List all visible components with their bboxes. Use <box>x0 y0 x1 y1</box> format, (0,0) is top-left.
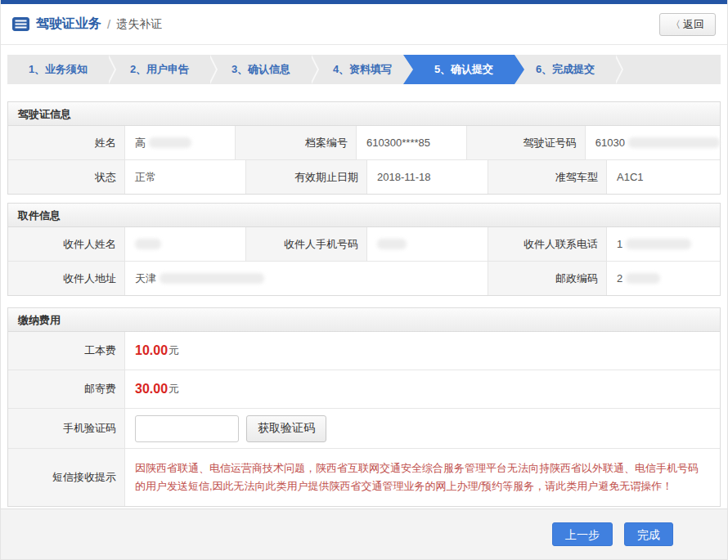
step-6-finish-submit: 6、完成提交 <box>515 55 616 84</box>
fees-section-title: 缴纳费用 <box>8 308 720 332</box>
status-value: 正常 <box>124 160 245 194</box>
breadcrumb-separator: / <box>107 17 110 31</box>
valid-until-label: 有效期止日期 <box>245 160 366 194</box>
back-button-label: 返回 <box>683 18 704 30</box>
redacted-blur <box>160 273 264 284</box>
file-number-value: 610300****85 <box>356 126 466 159</box>
sms-notice-label: 短信接收提示 <box>8 449 124 506</box>
list-icon <box>12 17 29 31</box>
recipient-address-value: 天津 <box>124 262 488 295</box>
get-sms-code-button[interactable]: 获取验证码 <box>246 415 326 442</box>
license-number-label: 驾驶证号码 <box>466 126 585 159</box>
previous-step-button[interactable]: 上一步 <box>552 522 613 546</box>
table-row: 状态 正常 有效期止日期 2018-11-18 准驾车型 A1C1 <box>8 159 720 194</box>
fees-section: 缴纳费用 工本费 10.00元 邮寄费 30.00元 手机验证码 获取验证码 短… <box>7 307 721 507</box>
finish-button[interactable]: 完成 <box>624 522 673 546</box>
page-header: 驾驶证业务 / 遗失补证 〈返回 <box>1 4 727 45</box>
table-row: 工本费 10.00元 <box>8 332 720 370</box>
postal-code-value: 2 <box>606 262 720 295</box>
pickup-section-title: 取件信息 <box>8 204 720 227</box>
redacted-blur <box>377 239 407 249</box>
table-row: 手机验证码 获取验证码 <box>8 408 720 448</box>
sms-code-input[interactable] <box>135 415 239 442</box>
production-fee-amount: 10.00 <box>135 343 168 358</box>
status-label: 状态 <box>8 160 124 194</box>
file-number-label: 档案编号 <box>235 126 356 159</box>
recipient-name-value <box>124 227 245 261</box>
table-row: 邮寄费 30.00元 <box>8 370 720 408</box>
footer-action-bar: 上一步 完成 <box>1 508 727 559</box>
production-fee-value: 10.00元 <box>124 332 720 370</box>
table-row: 收件人姓名 收件人手机号码 收件人联系电话 1 <box>8 227 720 261</box>
step-2-user-declaration: 2、用户申告 <box>109 55 210 84</box>
redacted-blur <box>149 137 191 148</box>
redacted-blur <box>628 137 720 148</box>
table-row: 收件人地址 天津 邮政编码 2 <box>8 261 720 295</box>
step-4-fill-data: 4、资料填写 <box>312 55 413 84</box>
redacted-blur <box>626 273 660 284</box>
license-info-section: 驾驶证信息 姓名 高 档案编号 610300****85 驾驶证号码 61030… <box>7 101 721 195</box>
redacted-blur <box>135 239 161 249</box>
recipient-phone-value: 1 <box>606 227 720 261</box>
valid-until-value: 2018-11-18 <box>366 160 488 194</box>
vehicle-class-value: A1C1 <box>606 160 720 194</box>
step-5-confirm-submit: 5、确认提交 <box>403 55 524 84</box>
step-1-business-notice: 1、业务须知 <box>7 55 109 84</box>
sms-code-cell: 获取验证码 <box>124 409 720 448</box>
recipient-mobile-label: 收件人手机号码 <box>245 227 366 261</box>
recipient-mobile-value <box>366 227 488 261</box>
postage-fee-value: 30.00元 <box>124 370 720 408</box>
table-row: 短信接收提示 因陕西省联通、电信运营商技术问题，陕西省互联网交通安全综合服务管理… <box>8 448 720 506</box>
table-row: 姓名 高 档案编号 610300****85 驾驶证号码 61030 <box>8 126 720 159</box>
pickup-info-section: 取件信息 收件人姓名 收件人手机号码 收件人联系电话 1 收件人地址 天津 邮政… <box>7 203 721 296</box>
breadcrumb: 遗失补证 <box>116 17 162 32</box>
back-chevron-icon: 〈 <box>671 19 681 30</box>
name-value: 高 <box>124 126 235 159</box>
page-title: 驾驶证业务 <box>36 16 101 33</box>
name-label: 姓名 <box>8 126 124 159</box>
production-fee-label: 工本费 <box>8 332 124 370</box>
sms-code-label: 手机验证码 <box>8 409 124 448</box>
postage-fee-label: 邮寄费 <box>8 370 124 408</box>
license-number-value: 61030 <box>585 126 720 159</box>
postage-fee-unit: 元 <box>169 382 179 396</box>
license-section-title: 驾驶证信息 <box>8 102 720 126</box>
recipient-phone-label: 收件人联系电话 <box>488 227 606 261</box>
postal-code-label: 邮政编码 <box>488 262 606 295</box>
recipient-address-label: 收件人地址 <box>8 262 124 295</box>
postage-fee-amount: 30.00 <box>135 382 168 396</box>
back-button[interactable]: 〈返回 <box>659 13 716 36</box>
production-fee-unit: 元 <box>169 343 179 358</box>
wizard-steps: 1、业务须知 2、用户申告 3、确认信息 4、资料填写 5、确认提交 6、完成提… <box>7 55 721 84</box>
vehicle-class-label: 准驾车型 <box>488 160 606 194</box>
step-3-confirm-info: 3、确认信息 <box>210 55 312 84</box>
redacted-blur <box>626 239 691 249</box>
sms-notice-text: 因陕西省联通、电信运营商技术问题，陕西省互联网交通安全综合服务管理平台无法向持陕… <box>124 449 720 506</box>
recipient-name-label: 收件人姓名 <box>8 227 124 261</box>
